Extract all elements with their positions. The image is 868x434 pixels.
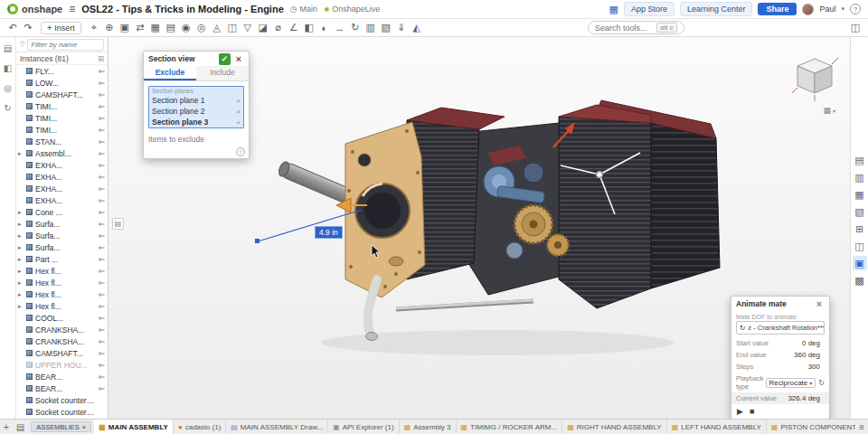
angle-icon[interactable]: ∠: [287, 21, 301, 35]
document-tab[interactable]: ▦ PISTON COMPONENTS: [767, 420, 855, 434]
named-positions-icon[interactable]: ▽: [241, 21, 255, 35]
undo-icon[interactable]: ↶: [5, 21, 20, 35]
timing-cover-plate[interactable]: [345, 122, 425, 297]
redo-icon[interactable]: ↷: [21, 21, 35, 35]
section-plane-row[interactable]: Section plane 3 ×: [149, 117, 243, 127]
hide-show-icon[interactable]: ◐: [317, 21, 332, 35]
configurations-panel-icon[interactable]: ▦: [853, 187, 867, 202]
items-to-exclude-field[interactable]: Items to exclude: [144, 133, 249, 146]
custom-tables-panel-icon[interactable]: ▣: [853, 256, 867, 270]
share-button[interactable]: Share: [758, 3, 797, 15]
group-icon[interactable]: ▣: [118, 21, 132, 35]
model-tree-icon[interactable]: ▤: [1, 41, 15, 55]
section-plane-row[interactable]: Section plane 2 ×: [149, 106, 243, 117]
animate-field-row[interactable]: Current value 326.4 deg: [731, 392, 829, 404]
view-cube[interactable]: [790, 53, 839, 102]
appearance-icon[interactable]: ◧: [302, 21, 316, 35]
integrations-panel-icon[interactable]: ▩: [853, 273, 867, 288]
document-tab[interactable]: ● cadasio (1): [174, 420, 226, 434]
named-views-panel-icon[interactable]: ▧: [853, 204, 867, 219]
instance-item[interactable]: ▸ Assembl... ⇐: [16, 147, 108, 159]
instance-item[interactable]: ▸ TIMI... ⇐: [16, 100, 108, 112]
document-tab[interactable]: ▦ TIMIMG / ROCKER ARM...: [457, 420, 563, 434]
play-button[interactable]: ▶: [737, 407, 743, 416]
instance-item[interactable]: ▸ BEAR... ⇐: [16, 382, 108, 394]
document-tab[interactable]: ▦ LEFT HAND ASSEMBLY: [667, 420, 767, 434]
remove-plane-icon[interactable]: ×: [236, 108, 241, 116]
expand-caret-icon[interactable]: ▸: [18, 232, 24, 240]
instance-item[interactable]: ▸ LOW... ⇐: [16, 77, 108, 89]
export-icon[interactable]: ⇓: [394, 21, 409, 35]
expand-caret-icon[interactable]: ▸: [18, 150, 24, 157]
help-icon[interactable]: ?: [850, 4, 861, 14]
section-dialog-tab[interactable]: Exclude: [144, 66, 196, 80]
instances-header-icon[interactable]: ⊞: [98, 54, 104, 63]
display-states-icon[interactable]: ◫: [225, 21, 240, 35]
document-tab[interactable]: ▦ RIGHT HAND ASSEMBLY: [562, 420, 667, 434]
instance-item[interactable]: ▸ EXHA... ⇐: [16, 183, 108, 194]
search-tools-input[interactable]: [595, 24, 653, 33]
right-cylinder-block[interactable]: [559, 105, 651, 308]
instance-item[interactable]: ▸ Socket countersun... ⇐: [16, 394, 108, 406]
expand-caret-icon[interactable]: ▸: [18, 256, 24, 263]
instance-item[interactable]: ▸ STAN... ⇐: [16, 136, 108, 147]
close-icon[interactable]: ×: [233, 53, 244, 64]
instances-panel-handle[interactable]: ▤: [112, 218, 124, 230]
comments-icon[interactable]: ◧: [1, 61, 15, 75]
view-options-icon[interactable]: ▦▾: [823, 106, 835, 115]
animate-field-row[interactable]: Playback type Reciprocate▾ ↻: [731, 373, 829, 392]
instance-item[interactable]: ▸ Surfa... ⇐: [16, 230, 108, 241]
expand-caret-icon[interactable]: ▸: [18, 279, 24, 287]
expand-caret-icon[interactable]: ▸: [18, 303, 24, 310]
tab-filter-chip[interactable]: ASSEMBLIES ×: [31, 421, 91, 432]
panel-toggle-icon[interactable]: ◫: [848, 21, 863, 35]
instance-item[interactable]: ▸ CRANKSHA... ⇐: [16, 324, 108, 335]
learning-center-button[interactable]: Learning Center: [680, 2, 753, 16]
document-menu-icon[interactable]: ≡: [69, 3, 75, 15]
accept-button[interactable]: ✓: [219, 53, 231, 65]
linear-pattern-icon[interactable]: ▤: [164, 21, 178, 35]
section-view-icon[interactable]: ◪: [256, 21, 270, 35]
display-states-panel-icon[interactable]: ◫: [853, 239, 867, 253]
instance-item[interactable]: ▸ TIMI... ⇐: [16, 112, 108, 124]
animate-field-row[interactable]: End value 360 deg: [731, 349, 829, 361]
explode-icon[interactable]: ◬: [210, 21, 224, 35]
document-tab[interactable]: ▦ Assembly 3: [400, 420, 457, 434]
filter-input[interactable]: [27, 39, 104, 51]
remove-plane-icon[interactable]: ×: [236, 118, 241, 127]
stop-button[interactable]: ■: [750, 407, 754, 416]
user-avatar[interactable]: [802, 4, 814, 15]
instance-item[interactable]: ▸ Part ... ⇐: [16, 253, 108, 265]
instance-item[interactable]: ▸ FLY... ⇐: [16, 65, 108, 77]
mate-icon[interactable]: ⌖: [87, 21, 101, 35]
app-store-button[interactable]: App Store: [624, 2, 675, 16]
instance-item[interactable]: ▸ CAMSHAFT... ⇐: [16, 89, 108, 100]
remove-plane-icon[interactable]: ×: [236, 97, 241, 105]
onshape-live-link[interactable]: ◉ OnshapeLive: [324, 5, 380, 14]
document-tab[interactable]: ▦ MAIN ASSEMBLY: [94, 420, 174, 434]
mate-connector-icon[interactable]: ⊕: [102, 21, 117, 35]
expand-caret-icon[interactable]: ▸: [18, 291, 24, 298]
analysis-icon[interactable]: ◭: [410, 21, 424, 35]
snapshot-icon[interactable]: ◎: [194, 21, 209, 35]
dimension-value-label[interactable]: 4.9 in: [315, 226, 343, 239]
instances-header[interactable]: Instances (81) ⊞: [16, 52, 108, 65]
follow-mode-icon[interactable]: ◎: [1, 80, 15, 95]
instance-item[interactable]: ▸ EXHA... ⇐: [16, 171, 108, 183]
insert-button[interactable]: + Insert: [41, 22, 81, 34]
circular-pattern-icon[interactable]: ◉: [179, 21, 193, 35]
instance-item[interactable]: ▸ TIMI... ⇐: [16, 124, 108, 136]
tab-manager-icon[interactable]: ▤: [13, 420, 28, 434]
onshape-logo[interactable]: onshape: [7, 4, 62, 14]
instance-item[interactable]: ▸ Hex fl... ⇐: [16, 300, 108, 312]
close-icon[interactable]: ×: [814, 298, 825, 309]
apps-grid-icon[interactable]: ▦: [609, 4, 618, 15]
add-tab-button[interactable]: +: [0, 420, 13, 434]
instance-item[interactable]: ▸ CRANKSHA... ⇐: [16, 335, 108, 347]
instance-item[interactable]: ▸ Hex fl... ⇐: [16, 288, 108, 300]
expand-caret-icon[interactable]: ▸: [18, 244, 24, 251]
instance-item[interactable]: ▸ UPPER HOU... ⇐: [16, 359, 108, 371]
dialog-help-icon[interactable]: ?: [236, 147, 245, 156]
replicate-icon[interactable]: ▦: [148, 21, 163, 35]
instance-item[interactable]: ▸ CAMSHAFT... ⇐: [16, 347, 108, 359]
